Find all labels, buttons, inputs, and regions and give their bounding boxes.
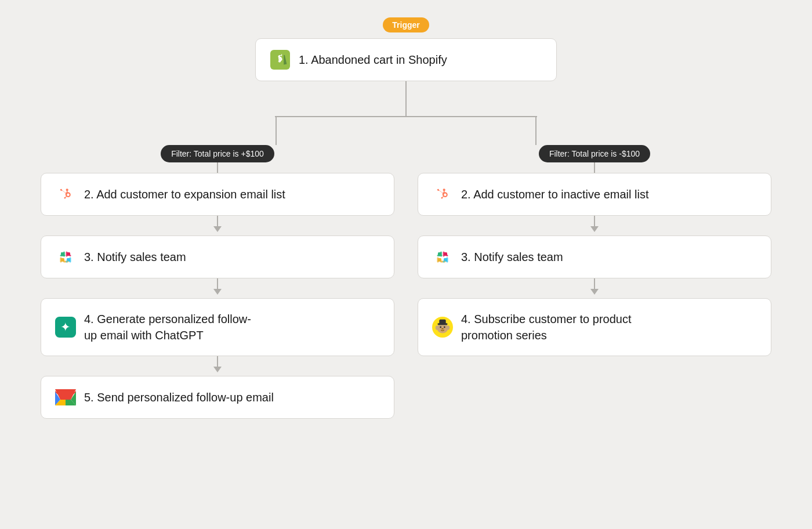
hubspot-icon-right: [432, 184, 453, 205]
svg-point-45: [447, 325, 450, 330]
svg-point-44: [436, 325, 439, 330]
vline-filter-right: [594, 162, 595, 173]
right-step3-label: 3. Notify sales team: [461, 251, 563, 264]
svg-rect-10: [66, 252, 68, 257]
vline-r3: [594, 278, 595, 289]
arrow-l2: [213, 226, 222, 232]
trigger-badge: Trigger: [383, 17, 429, 32]
right-step4-node[interactable]: 4. Subscribe customer to product promoti…: [418, 298, 771, 356]
filter-left: Filter: Total price is +$100: [161, 145, 274, 162]
vline-l4: [217, 356, 218, 367]
vline-filter-left: [217, 162, 218, 173]
svg-point-41: [440, 327, 441, 328]
svg-rect-15: [66, 261, 68, 263]
arrow-r3: [590, 289, 599, 295]
right-step4-text: 4. Subscribe customer to product promoti…: [461, 311, 631, 343]
left-step2-node[interactable]: 2. Add customer to expansion email list: [41, 173, 394, 216]
vline-l2: [217, 216, 218, 226]
arrow-l4: [213, 367, 222, 372]
svg-text:✦: ✦: [60, 320, 71, 334]
svg-point-40: [438, 327, 446, 332]
workflow-canvas: Trigger 1. Abandoned cart in Shopify: [29, 17, 783, 419]
svg-rect-12: [60, 258, 62, 263]
arrow-l3: [213, 289, 222, 295]
right-step2-label: 2. Add customer to inactive email list: [461, 188, 648, 201]
svg-rect-9: [63, 252, 65, 257]
branch-split-area: [145, 116, 667, 145]
shopify-icon: [270, 49, 291, 70]
svg-rect-31: [440, 252, 442, 257]
slack-icon-right: [432, 247, 453, 267]
right-step2-node[interactable]: 2. Add customer to inactive email list: [418, 173, 771, 216]
svg-rect-14: [70, 258, 71, 263]
slack-icon-left: [55, 247, 76, 267]
svg-rect-47: [439, 320, 445, 325]
left-step5-label: 5. Send personalized follow-up email: [84, 391, 274, 404]
svg-rect-2: [56, 247, 75, 267]
step1-node[interactable]: 1. Abandoned cart in Shopify: [255, 38, 557, 81]
filter-right: Filter: Total price is -$100: [539, 145, 650, 162]
hubspot-icon-left: [55, 184, 76, 205]
right-branch: Filter: Total price is -$100 2. Add cust…: [406, 145, 783, 356]
chatgpt-icon-left: ✦: [55, 317, 76, 338]
vline-r2: [594, 216, 595, 226]
branch-row: Filter: Total price is +$100 2. Add cust…: [29, 145, 783, 419]
mailchimp-icon-right: [432, 317, 453, 338]
right-step3-node[interactable]: 3. Notify sales team: [418, 235, 771, 278]
svg-rect-11: [70, 255, 71, 256]
gmail-icon-left: [55, 387, 76, 408]
vline-top: [405, 81, 407, 116]
svg-rect-36: [447, 258, 448, 263]
left-step4-text: 4. Generate personalized follow- up emai…: [84, 311, 251, 343]
vline-l3: [217, 278, 218, 289]
left-step2-label: 2. Add customer to expansion email list: [84, 188, 285, 201]
svg-point-43: [441, 328, 444, 329]
svg-rect-34: [437, 258, 439, 263]
svg-rect-33: [447, 255, 448, 256]
left-step3-label: 3. Notify sales team: [84, 251, 186, 264]
left-step5-node[interactable]: 5. Send personalized follow-up email: [41, 376, 394, 419]
svg-point-42: [444, 327, 445, 328]
left-step3-node[interactable]: 3. Notify sales team: [41, 235, 394, 278]
arrow-r2: [590, 226, 599, 232]
svg-rect-37: [443, 261, 445, 263]
left-step4-node[interactable]: ✦ 4. Generate personalized follow- up em…: [41, 298, 394, 356]
svg-rect-25: [433, 247, 452, 267]
left-branch: Filter: Total price is +$100 2. Add cust…: [29, 145, 406, 419]
svg-rect-32: [443, 252, 445, 257]
step1-label: 1. Abandoned cart in Shopify: [299, 53, 447, 67]
